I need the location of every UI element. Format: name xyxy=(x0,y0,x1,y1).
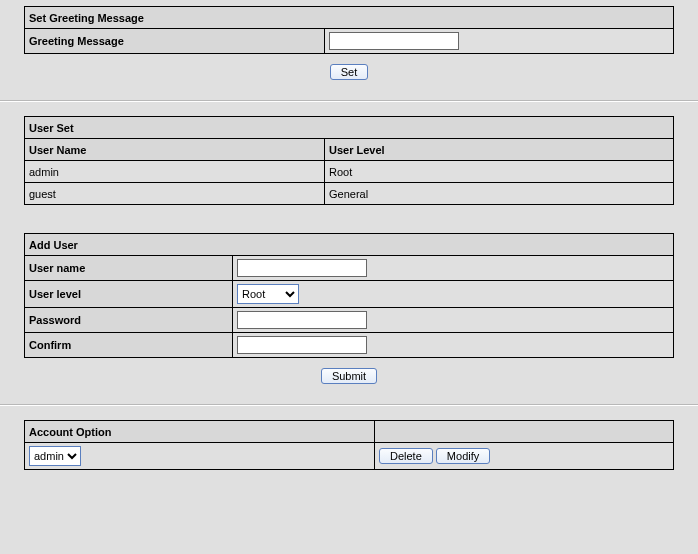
user-level-cell: General xyxy=(325,183,674,205)
account-select[interactable]: adminguest xyxy=(29,446,81,466)
user-name-cell: guest xyxy=(25,183,325,205)
account-option-table: Account Option adminguest Delete Modify xyxy=(24,420,674,470)
greeting-title: Set Greeting Message xyxy=(25,7,674,29)
add-user-confirm-cell xyxy=(233,333,674,358)
add-user-password-label: Password xyxy=(25,308,233,333)
add-user-level-cell: RootGeneral xyxy=(233,281,674,308)
account-option-section: Account Option adminguest Delete Modify xyxy=(0,414,698,476)
table-row: admin Root xyxy=(25,161,674,183)
user-set-title: User Set xyxy=(25,117,674,139)
user-set-col-level: User Level xyxy=(325,139,674,161)
user-set-table: User Set User Name User Level admin Root… xyxy=(24,116,674,205)
table-row: guest General xyxy=(25,183,674,205)
account-option-blank-header xyxy=(375,421,674,443)
password-input[interactable] xyxy=(237,311,367,329)
add-user-title: Add User xyxy=(25,234,674,256)
account-select-cell: adminguest xyxy=(25,443,375,470)
add-user-confirm-label: Confirm xyxy=(25,333,233,358)
confirm-input[interactable] xyxy=(237,336,367,354)
greeting-section: Set Greeting Message Greeting Message Se… xyxy=(0,0,698,92)
add-user-table: Add User User name User level RootGenera… xyxy=(24,233,674,358)
account-buttons-cell: Delete Modify xyxy=(375,443,674,470)
user-set-section: User Set User Name User Level admin Root… xyxy=(0,110,698,396)
add-user-level-label: User level xyxy=(25,281,233,308)
user-level-select[interactable]: RootGeneral xyxy=(237,284,299,304)
divider xyxy=(0,100,698,102)
set-button[interactable]: Set xyxy=(330,64,369,80)
delete-button[interactable]: Delete xyxy=(379,448,433,464)
greeting-label: Greeting Message xyxy=(25,29,325,54)
modify-button[interactable]: Modify xyxy=(436,448,490,464)
user-name-cell: admin xyxy=(25,161,325,183)
username-input[interactable] xyxy=(237,259,367,277)
submit-button[interactable]: Submit xyxy=(321,368,377,384)
account-option-title: Account Option xyxy=(25,421,375,443)
greeting-input[interactable] xyxy=(329,32,459,50)
greeting-table: Set Greeting Message Greeting Message xyxy=(24,6,674,54)
divider xyxy=(0,404,698,406)
user-level-cell: Root xyxy=(325,161,674,183)
add-user-username-cell xyxy=(233,256,674,281)
add-user-username-label: User name xyxy=(25,256,233,281)
add-user-password-cell xyxy=(233,308,674,333)
greeting-input-cell xyxy=(325,29,674,54)
user-set-col-name: User Name xyxy=(25,139,325,161)
